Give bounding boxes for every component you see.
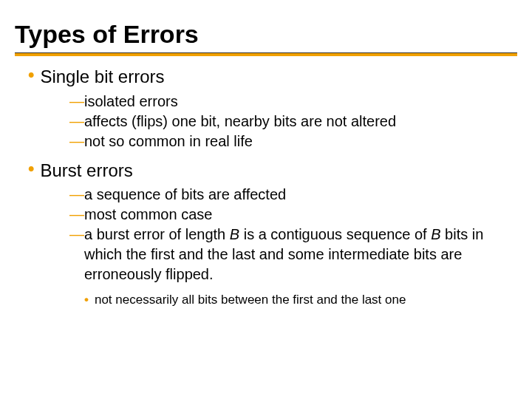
sublist-item-text: most common case bbox=[84, 205, 212, 225]
sublist-item: — not so common in real life bbox=[69, 132, 517, 151]
dash-icon: — bbox=[69, 205, 84, 225]
dash-icon: — bbox=[69, 112, 84, 132]
sublist-item-text: isolated errors bbox=[84, 92, 178, 112]
sublist-item: — isolated errors bbox=[69, 92, 517, 112]
list-item-text: Single bit errors bbox=[40, 65, 164, 88]
sublist-item-text: not so common in real life bbox=[84, 132, 253, 151]
sublist-item: — a sequence of bits are affected bbox=[69, 185, 517, 205]
list-item: • Single bit errors bbox=[28, 65, 517, 88]
sub-sublist-item: • not necessarily all bits between the f… bbox=[84, 292, 517, 309]
bullet-list: • Single bit errors — isolated errors — … bbox=[15, 65, 517, 308]
bullet-icon: • bbox=[28, 159, 34, 178]
sub-sublist-item-text: not necessarily all bits between the fir… bbox=[95, 292, 406, 309]
bullet-icon: • bbox=[28, 65, 34, 84]
sublist-item: — affects (flips) one bit, nearby bits a… bbox=[69, 112, 517, 132]
sublist-item: — most common case bbox=[69, 205, 517, 225]
list-item-text: Burst errors bbox=[40, 159, 132, 182]
sublist: — isolated errors — affects (flips) one … bbox=[28, 92, 517, 151]
list-item: • Burst errors bbox=[28, 159, 517, 182]
dash-icon: — bbox=[69, 132, 84, 151]
slide-title: Types of Errors bbox=[15, 21, 517, 53]
sublist-item-text: a sequence of bits are affected bbox=[84, 185, 286, 205]
dash-icon: — bbox=[69, 225, 84, 245]
bullet-icon: • bbox=[84, 292, 89, 309]
sublist: — a sequence of bits are affected — most… bbox=[28, 185, 517, 284]
sublist-item: — a burst error of length B is a contigu… bbox=[69, 225, 517, 284]
dash-icon: — bbox=[69, 92, 84, 112]
sub-sublist: • not necessarily all bits between the f… bbox=[28, 292, 517, 309]
sublist-item-text: affects (flips) one bit, nearby bits are… bbox=[84, 112, 396, 132]
dash-icon: — bbox=[69, 185, 84, 205]
sublist-item-text: a burst error of length B is a contiguou… bbox=[84, 225, 517, 284]
title-rule: Types of Errors bbox=[15, 21, 517, 56]
